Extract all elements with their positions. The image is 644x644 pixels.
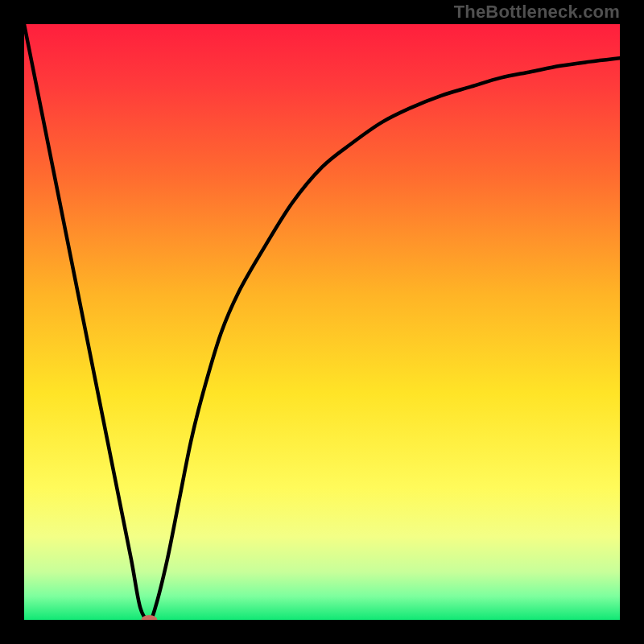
watermark-text: TheBottleneck.com bbox=[454, 2, 620, 23]
plot-area bbox=[24, 24, 620, 620]
gradient-background bbox=[24, 24, 620, 620]
chart-frame: TheBottleneck.com bbox=[0, 0, 644, 644]
chart-svg bbox=[24, 24, 620, 620]
